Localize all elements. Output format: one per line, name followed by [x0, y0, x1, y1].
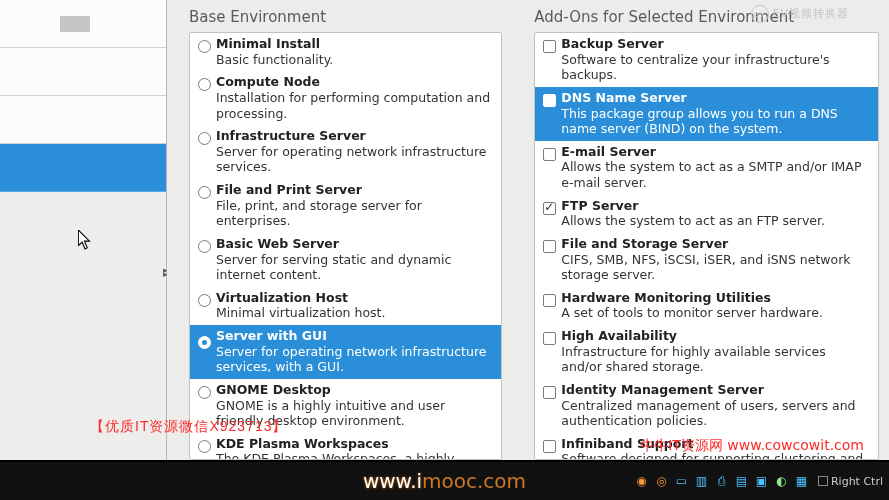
watermark-bottom-right-url: www.cowcowit.com: [727, 437, 864, 453]
sidebar-tab-3[interactable]: [0, 96, 166, 144]
option-description: Centralized management of users, servers…: [561, 398, 870, 429]
checkbox-icon[interactable]: [543, 202, 556, 215]
option-description: Infrastructure for highly available serv…: [561, 344, 870, 375]
radio-icon[interactable]: [198, 336, 211, 349]
watermark-top-right: evEV视频转换器: [751, 5, 849, 23]
radio-icon[interactable]: [198, 186, 211, 199]
checkbox-icon[interactable]: [543, 386, 556, 399]
vm-rec-icon[interactable]: ▦: [794, 474, 809, 489]
radio-icon[interactable]: [198, 440, 211, 453]
option-description: Allows the system to act as an FTP serve…: [561, 213, 870, 229]
option-title: File and Storage Server: [561, 236, 870, 252]
checkbox-icon[interactable]: [543, 148, 556, 161]
checkbox-icon[interactable]: [543, 94, 556, 107]
option-description: This package group allows you to run a D…: [561, 106, 870, 137]
option-title: FTP Server: [561, 198, 870, 214]
addons-list[interactable]: Backup ServerSoftware to centralize your…: [534, 32, 879, 460]
option-title: Backup Server: [561, 36, 870, 52]
addon-option[interactable]: Backup ServerSoftware to centralize your…: [535, 33, 878, 87]
base-env-option[interactable]: Virtualization HostMinimal virtualizatio…: [190, 287, 501, 325]
base-environment-list[interactable]: Minimal InstallBasic functionality.Compu…: [189, 32, 502, 460]
base-env-option[interactable]: KDE Plasma WorkspacesThe KDE Plasma Work…: [190, 433, 501, 460]
watermark-bottom-right-text: 牛牛IT资源网: [640, 437, 727, 453]
addon-option[interactable]: File and Storage ServerCIFS, SMB, NFS, i…: [535, 233, 878, 287]
checkbox-icon[interactable]: [543, 294, 556, 307]
vm-host-key: Right Ctrl: [818, 475, 883, 488]
sidebar-tab-icon: [60, 16, 90, 32]
addon-option[interactable]: High AvailabilityInfrastructure for high…: [535, 325, 878, 379]
addon-option[interactable]: Identity Management ServerCentralized ma…: [535, 379, 878, 433]
base-environment-heading: Base Environment: [189, 8, 502, 26]
option-title: Basic Web Server: [216, 236, 493, 252]
option-description: File, print, and storage server for ente…: [216, 198, 493, 229]
sidebar-tab-2[interactable]: [0, 48, 166, 96]
option-description: Server for serving static and dynamic in…: [216, 252, 493, 283]
option-title: KDE Plasma Workspaces: [216, 436, 493, 452]
checkbox-icon[interactable]: [543, 240, 556, 253]
addon-option[interactable]: DNS Name ServerThis package group allows…: [535, 87, 878, 141]
option-description: CIFS, SMB, NFS, iSCSI, iSER, and iSNS ne…: [561, 252, 870, 283]
addon-option[interactable]: E-mail ServerAllows the system to act as…: [535, 141, 878, 195]
option-title: Virtualization Host: [216, 290, 493, 306]
base-env-option[interactable]: Compute NodeInstallation for performing …: [190, 71, 501, 125]
sidebar-tab-4-selected[interactable]: [0, 144, 166, 192]
category-sidebar: [0, 0, 167, 460]
option-description: A set of tools to monitor server hardwar…: [561, 305, 870, 321]
base-env-option[interactable]: Minimal InstallBasic functionality.: [190, 33, 501, 71]
radio-icon[interactable]: [198, 40, 211, 53]
addon-option[interactable]: Hardware Monitoring UtilitiesA set of to…: [535, 287, 878, 325]
radio-icon[interactable]: [198, 294, 211, 307]
vm-cd-icon[interactable]: ◎: [654, 474, 669, 489]
base-env-option[interactable]: Basic Web ServerServer for serving stati…: [190, 233, 501, 287]
option-description: Basic functionality.: [216, 52, 493, 68]
option-title: Hardware Monitoring Utilities: [561, 290, 870, 306]
option-title: Server with GUI: [216, 328, 493, 344]
base-env-option[interactable]: Server with GUIServer for operating netw…: [190, 325, 501, 379]
option-title: Compute Node: [216, 74, 493, 90]
option-title: GNOME Desktop: [216, 382, 493, 398]
watermark-bottom-right: 牛牛IT资源网 www.cowcowit.com: [640, 437, 864, 455]
option-description: Server for operating network infrastruct…: [216, 144, 493, 175]
base-env-option[interactable]: Infrastructure ServerServer for operatin…: [190, 125, 501, 179]
checkbox-icon[interactable]: [543, 440, 556, 453]
option-title: E-mail Server: [561, 144, 870, 160]
radio-icon[interactable]: [198, 240, 211, 253]
radio-icon[interactable]: [198, 132, 211, 145]
option-title: Infrastructure Server: [216, 128, 493, 144]
vm-shared-icon[interactable]: ▤: [734, 474, 749, 489]
radio-icon[interactable]: [198, 78, 211, 91]
option-description: The KDE Plasma Workspaces, a highly-conf…: [216, 451, 493, 460]
base-env-option[interactable]: File and Print ServerFile, print, and st…: [190, 179, 501, 233]
checkbox-icon[interactable]: [543, 332, 556, 345]
software-selection-panel: Base Environment Minimal InstallBasic fu…: [167, 0, 889, 460]
radio-icon[interactable]: [198, 386, 211, 399]
option-title: Identity Management Server: [561, 382, 870, 398]
vm-mouse-icon[interactable]: ◐: [774, 474, 789, 489]
vm-hd-icon[interactable]: ▭: [674, 474, 689, 489]
option-title: DNS Name Server: [561, 90, 870, 106]
option-description: Software to centralize your infrastructu…: [561, 52, 870, 83]
sidebar-tab-1[interactable]: [0, 0, 166, 48]
option-description: Allows the system to act as a SMTP and/o…: [561, 159, 870, 190]
option-description: Server for operating network infrastruct…: [216, 344, 493, 375]
watermark-center: www.imooc.com: [363, 469, 526, 493]
addon-option[interactable]: FTP ServerAllows the system to act as an…: [535, 195, 878, 233]
option-description: Minimal virtualization host.: [216, 305, 493, 321]
vm-net-icon[interactable]: ▥: [694, 474, 709, 489]
watermark-bottom-left: 【优质IT资源微信X923713】: [90, 418, 288, 436]
option-description: Installation for performing computation …: [216, 90, 493, 121]
vm-display-icon[interactable]: ▣: [754, 474, 769, 489]
checkbox-icon[interactable]: [543, 40, 556, 53]
vm-tray: ◉ ◎ ▭ ▥ ⎙ ▤ ▣ ◐ ▦ Right Ctrl: [634, 474, 883, 489]
option-title: Minimal Install: [216, 36, 493, 52]
vm-status-bar: www.imooc.com ◉ ◎ ▭ ▥ ⎙ ▤ ▣ ◐ ▦ Right Ct…: [0, 462, 889, 500]
vm-usb-icon[interactable]: ⎙: [714, 474, 729, 489]
option-title: File and Print Server: [216, 182, 493, 198]
option-title: High Availability: [561, 328, 870, 344]
vm-disk-icon[interactable]: ◉: [634, 474, 649, 489]
